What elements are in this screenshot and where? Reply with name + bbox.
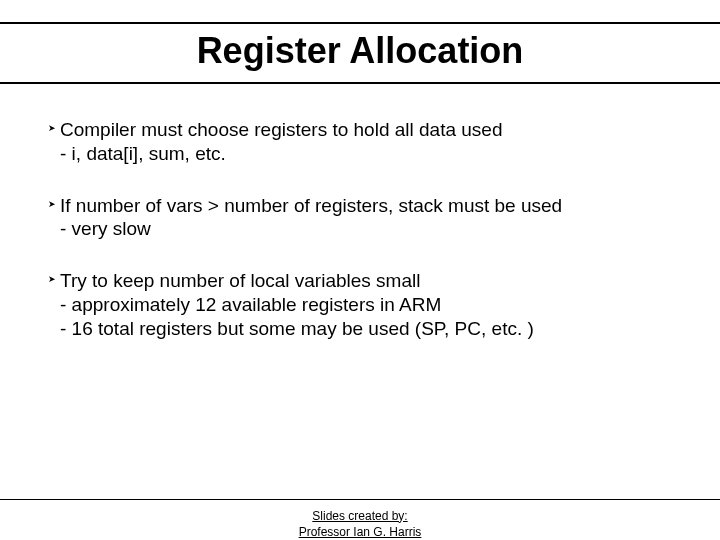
slide-content: ➤ Compiler must choose registers to hold… [0,84,720,340]
footer: Slides created by: Professor Ian G. Harr… [0,508,720,540]
bullet-sub-text: - 16 total registers but some may be use… [60,317,670,341]
bullet-lead-text: Try to keep number of local variables sm… [60,270,420,291]
bullet-item: ➤ If number of vars > number of register… [60,194,670,242]
bullet-sub-text: - approximately 12 available registers i… [60,293,670,317]
chevron-right-icon: ➤ [48,124,56,133]
footer-line-1: Slides created by: [312,509,407,523]
bullet-lead-line: ➤ If number of vars > number of register… [60,194,670,218]
bullet-item: ➤ Compiler must choose registers to hold… [60,118,670,166]
bullet-lead-text: Compiler must choose registers to hold a… [60,119,503,140]
bullet-sub-text: - very slow [60,217,670,241]
footer-rule [0,499,720,500]
bullet-lead-line: ➤ Try to keep number of local variables … [60,269,670,293]
bullet-lead-line: ➤ Compiler must choose registers to hold… [60,118,670,142]
title-band: Register Allocation [0,22,720,84]
chevron-right-icon: ➤ [48,200,56,209]
slide: Register Allocation ➤ Compiler must choo… [0,22,720,540]
chevron-right-icon: ➤ [48,275,56,284]
bullet-sub-text: - i, data[i], sum, etc. [60,142,670,166]
bullet-lead-text: If number of vars > number of registers,… [60,195,562,216]
bullet-item: ➤ Try to keep number of local variables … [60,269,670,340]
slide-title: Register Allocation [0,30,720,72]
footer-line-2: Professor Ian G. Harris [299,525,422,539]
